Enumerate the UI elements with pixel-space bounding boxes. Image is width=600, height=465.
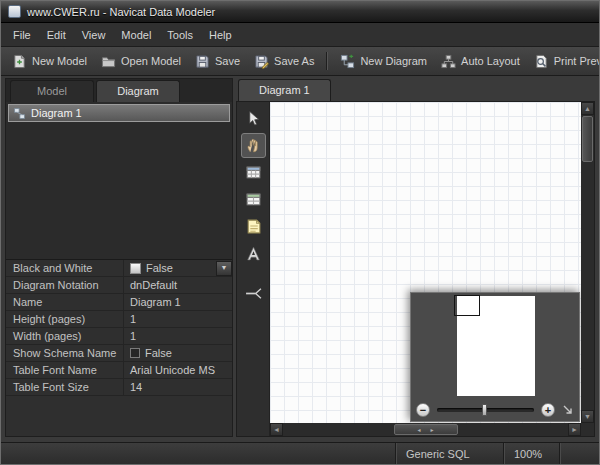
prop-label-table-font-size: Table Font Size (6, 379, 124, 395)
new-model-label: New Model (32, 55, 87, 67)
prop-label-diagram-notation: Diagram Notation (6, 277, 124, 293)
open-folder-icon (101, 54, 116, 69)
table-icon (245, 164, 262, 181)
tree-item-diagram-1[interactable]: Diagram 1 (8, 104, 230, 122)
move-tool-button[interactable] (241, 133, 266, 158)
prop-value-text: Diagram 1 (130, 294, 181, 310)
prop-value-width-pages[interactable]: 1 (124, 328, 232, 344)
resize-grip-icon[interactable] (562, 404, 574, 416)
scroll-down-button[interactable]: ▼ (581, 410, 594, 423)
status-end-cell (559, 443, 599, 464)
menu-bar: File Edit View Model Tools Help (1, 23, 599, 47)
zoom-in-button[interactable]: + (541, 403, 555, 417)
prop-value-diagram-notation[interactable]: dnDefault (124, 277, 232, 293)
new-diagram-button[interactable]: New Diagram (333, 50, 434, 73)
print-preview-button[interactable]: Print Preview (527, 50, 600, 73)
prop-value-text: False (145, 345, 172, 361)
prop-value-text: 14 (130, 379, 142, 395)
property-row: Height (pages) 1 (6, 311, 232, 328)
menu-tools[interactable]: Tools (159, 25, 201, 45)
prop-value-text: Arial Unicode MS (130, 362, 215, 378)
vertical-scrollbar-thumb[interactable] (582, 116, 593, 162)
horizontal-scrollbar[interactable]: ◄ ◂ ▸ ► (270, 423, 581, 436)
prop-value-table-font-size[interactable]: 14 (124, 379, 232, 395)
new-relation-tool-button[interactable] (241, 281, 266, 306)
horizontal-scrollbar-thumb[interactable]: ◂ ▸ (394, 424, 458, 435)
auto-layout-icon (441, 54, 456, 69)
open-model-label: Open Model (121, 55, 181, 67)
prop-value-text: dnDefault (130, 277, 177, 293)
prop-value-table-font-name[interactable]: Arial Unicode MS (124, 362, 232, 378)
scroll-up-button[interactable]: ▲ (581, 102, 594, 115)
navigator-preview (411, 293, 579, 398)
dropdown-button[interactable]: ▼ (216, 261, 232, 276)
viewport-rectangle[interactable] (454, 295, 480, 316)
open-model-button[interactable]: Open Model (94, 50, 188, 73)
new-diagram-label: New Diagram (360, 55, 427, 67)
new-note-tool-button[interactable] (241, 214, 266, 239)
chevron-down-icon: ▼ (221, 260, 228, 276)
property-grid: Black and White False ▼ Diagram Notation… (6, 260, 232, 436)
window-title: www.CWER.ru - Navicat Data Modeler (27, 6, 215, 18)
view-icon (245, 191, 262, 208)
tool-strip (237, 102, 270, 436)
thumb-right-icon: ▸ (431, 426, 434, 433)
main-toolbar: New Model Open Model Save Save As New Di… (1, 47, 599, 76)
save-as-label: Save As (274, 55, 314, 67)
tab-diagram-1[interactable]: Diagram 1 (238, 79, 331, 101)
menu-view[interactable]: View (74, 25, 114, 45)
left-panel: Model Diagram Diagram 1 Black and White … (5, 78, 233, 437)
property-row: Show Schema Name False (6, 345, 232, 362)
property-row: Table Font Size 14 (6, 379, 232, 396)
vertical-scrollbar[interactable]: ▲ ▼ (581, 102, 594, 423)
prop-value-height-pages[interactable]: 1 (124, 311, 232, 327)
thumb-left-icon: ◂ (417, 426, 420, 433)
property-row: Name Diagram 1 (6, 294, 232, 311)
prop-value-black-and-white[interactable]: False ▼ (124, 260, 232, 276)
diagram-list: Diagram 1 (6, 102, 232, 260)
zoom-out-button[interactable]: − (416, 403, 430, 417)
horizontal-scrollbar-track[interactable]: ◂ ▸ (283, 423, 568, 436)
relation-icon (245, 285, 262, 302)
new-table-tool-button[interactable] (241, 160, 266, 185)
prop-label-table-font-name: Table Font Name (6, 362, 124, 378)
property-row: Black and White False ▼ (6, 260, 232, 277)
menu-help[interactable]: Help (201, 25, 240, 45)
diagram-canvas[interactable]: − + (270, 102, 581, 423)
tab-diagram[interactable]: Diagram (96, 80, 180, 102)
vertical-scrollbar-track[interactable] (581, 163, 594, 410)
scroll-right-button[interactable]: ► (568, 423, 581, 436)
main-area: Model Diagram Diagram 1 Black and White … (1, 76, 599, 442)
property-row: Width (pages) 1 (6, 328, 232, 345)
save-button[interactable]: Save (188, 50, 247, 73)
zoom-slider[interactable] (437, 408, 534, 412)
menu-model[interactable]: Model (113, 25, 159, 45)
auto-layout-button[interactable]: Auto Layout (434, 50, 527, 73)
label-icon (245, 245, 262, 262)
prop-value-text: False (146, 260, 173, 276)
property-row: Diagram Notation dnDefault (6, 277, 232, 294)
navigator-controls: − + (411, 398, 579, 421)
new-view-tool-button[interactable] (241, 187, 266, 212)
scroll-left-button[interactable]: ◄ (270, 423, 283, 436)
menu-file[interactable]: File (5, 25, 39, 45)
zoom-slider-thumb[interactable] (482, 404, 487, 416)
menu-edit[interactable]: Edit (39, 25, 74, 45)
hand-icon (245, 137, 262, 154)
prop-value-show-schema-name[interactable]: False (124, 345, 232, 361)
new-label-tool-button[interactable] (241, 241, 266, 266)
status-spacer (1, 443, 395, 464)
navigator-panel: − + (410, 292, 580, 422)
new-model-button[interactable]: New Model (5, 50, 94, 73)
select-tool-button[interactable] (241, 106, 266, 131)
print-preview-label: Print Preview (554, 55, 600, 67)
property-row: Table Font Name Arial Unicode MS (6, 362, 232, 379)
prop-value-name[interactable]: Diagram 1 (124, 294, 232, 310)
note-icon (245, 218, 262, 235)
tab-model[interactable]: Model (10, 80, 94, 102)
checkbox-unchecked[interactable] (130, 348, 140, 358)
pointer-icon (245, 110, 262, 127)
auto-layout-label: Auto Layout (461, 55, 520, 67)
scroll-left-icon: ◄ (273, 426, 280, 433)
save-as-button[interactable]: Save As (247, 50, 321, 73)
